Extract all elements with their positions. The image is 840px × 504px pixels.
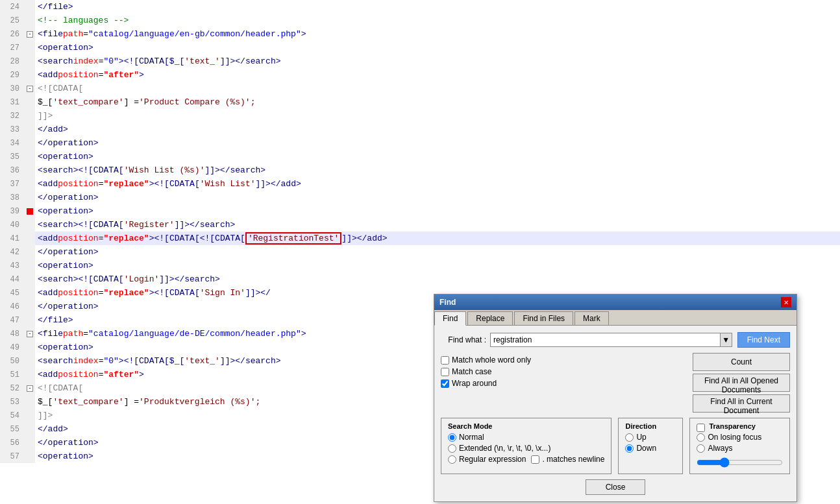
code-line-32: 32 ]]> — [0, 109, 840, 123]
line-gutter-30: - — [25, 82, 35, 95]
wrap-around-checkbox[interactable] — [441, 379, 449, 388]
direction-up[interactable]: Up — [625, 433, 676, 442]
fold-icon-30[interactable]: - — [27, 86, 33, 92]
code-line-24: 24</file> — [0, 0, 840, 14]
tab-find-in-files[interactable]: Find in Files — [514, 311, 573, 325]
code-line-31: 31 $_['text_compare'] = 'Product Compare… — [0, 95, 840, 109]
line-content-41: <add position="replace"><![CDATA[ <![CDA… — [35, 232, 840, 245]
line-content-33: </add> — [35, 123, 840, 136]
transparency-checkbox[interactable] — [697, 424, 705, 432]
line-gutter-27 — [25, 41, 35, 54]
code-line-36: 36 <search><![CDATA[ 'Wish List (%s)' ]]… — [0, 163, 840, 177]
line-content-35: <operation> — [35, 150, 840, 163]
fold-icon-26[interactable]: - — [27, 31, 33, 38]
line-number-49: 49 — [0, 341, 25, 354]
search-mode-regex[interactable]: Regular expression . matches newline — [448, 455, 604, 464]
fold-icon-52[interactable]: - — [27, 385, 33, 392]
line-gutter-33 — [25, 123, 35, 136]
line-content-31: $_['text_compare'] = 'Product Compare (%… — [35, 95, 840, 109]
close-button[interactable]: Close — [586, 479, 646, 495]
line-content-32: ]]> — [35, 109, 840, 123]
match-case-checkbox[interactable] — [441, 368, 449, 376]
wrap-around-label[interactable]: Wrap around — [441, 379, 497, 388]
direction-down[interactable]: Down — [625, 444, 676, 453]
line-gutter-51 — [25, 368, 35, 381]
line-gutter-52: - — [25, 381, 35, 395]
match-whole-word-checkbox[interactable] — [441, 356, 449, 365]
search-mode-extended-radio[interactable] — [448, 444, 456, 453]
find-all-current-button[interactable]: Find All in CurrentDocument — [693, 394, 790, 413]
line-content-37: <add position="replace"><![CDATA[ 'Wish … — [35, 177, 840, 191]
editor-container: 24</file>25<!-- languages -->26-<file pa… — [0, 0, 840, 504]
highlight-registration-test: 'RegistrationTest' — [245, 232, 341, 245]
transparency-always[interactable]: Always — [697, 444, 783, 453]
direction-down-label: Down — [636, 444, 656, 453]
code-line-40: 40 <search><![CDATA[ 'Register' ]]></sea… — [0, 218, 840, 232]
dialog-close-button[interactable]: ✕ — [781, 297, 791, 307]
options-row-3: Wrap around — [441, 379, 686, 388]
line-content-29: <add position="after"> — [35, 68, 840, 82]
find-input-container: ▼ — [490, 333, 732, 347]
transparency-losing-focus-radio[interactable] — [697, 433, 705, 442]
code-line-37: 37 <add position="replace"><![CDATA[ 'Wi… — [0, 177, 840, 191]
line-number-30: 30 — [0, 82, 25, 95]
line-gutter-53 — [25, 395, 35, 409]
line-gutter-47 — [25, 313, 35, 327]
line-content-43: <operation> — [35, 259, 840, 272]
transparency-slider[interactable] — [697, 457, 783, 468]
transparency-on-losing-focus[interactable]: On losing focus — [697, 433, 783, 442]
search-mode-normal[interactable]: Normal — [448, 433, 604, 442]
code-line-28: 28 <search index="0"><![CDATA[$_['text_'… — [0, 54, 840, 68]
search-mode-section: Search Mode Normal Extended (\n, \r, \t,… — [441, 418, 611, 474]
line-number-36: 36 — [0, 163, 25, 177]
find-dropdown-arrow[interactable]: ▼ — [721, 333, 732, 347]
line-gutter-37 — [25, 177, 35, 191]
code-line-41: 41 <add position="replace"><![CDATA[ <![… — [0, 232, 840, 245]
dialog-body: Find what : ▼ Find Next Match whole word… — [434, 326, 797, 501]
line-gutter-43 — [25, 259, 35, 272]
line-gutter-57 — [25, 450, 35, 463]
line-number-57: 57 — [0, 450, 25, 463]
line-gutter-28 — [25, 54, 35, 68]
line-number-39: 39 — [0, 204, 25, 218]
matches-newline-checkbox[interactable] — [531, 455, 539, 464]
direction-title: Direction — [625, 422, 676, 430]
find-all-opened-button[interactable]: Find All in All OpenedDocuments — [693, 374, 790, 392]
line-gutter-40 — [25, 218, 35, 232]
transparency-always-radio[interactable] — [697, 444, 705, 453]
line-number-53: 53 — [0, 395, 25, 409]
line-number-51: 51 — [0, 368, 25, 381]
line-gutter-36 — [25, 163, 35, 177]
search-mode-regex-radio[interactable] — [448, 455, 456, 464]
find-what-label: Find what : — [441, 335, 486, 344]
code-line-34: 34 </operation> — [0, 136, 840, 150]
tab-mark[interactable]: Mark — [574, 311, 609, 325]
line-gutter-32 — [25, 109, 35, 123]
tab-find[interactable]: Find — [434, 311, 466, 326]
search-mode-regex-label: Regular expression — [459, 455, 526, 464]
line-number-56: 56 — [0, 436, 25, 450]
line-gutter-29 — [25, 68, 35, 82]
fold-icon-48[interactable]: - — [27, 331, 33, 337]
line-number-45: 45 — [0, 286, 25, 300]
code-line-33: 33 </add> — [0, 123, 840, 136]
search-mode-normal-label: Normal — [459, 433, 484, 442]
direction-up-radio[interactable] — [625, 433, 634, 442]
match-case-label[interactable]: Match case — [441, 367, 491, 376]
search-mode-normal-radio[interactable] — [448, 433, 456, 442]
direction-down-radio[interactable] — [625, 444, 634, 453]
find-next-button[interactable]: Find Next — [737, 332, 790, 348]
search-mode-extended[interactable]: Extended (\n, \r, \t, \0, \x...) — [448, 444, 604, 453]
direction-section: Direction Up Down — [618, 418, 683, 474]
direction-up-label: Up — [636, 433, 646, 442]
line-content-39: <operation> — [35, 204, 840, 218]
tab-replace[interactable]: Replace — [467, 311, 513, 325]
line-number-55: 55 — [0, 422, 25, 436]
line-content-26: <file path="catalog/language/en-gb/commo… — [35, 27, 840, 41]
code-line-35: 35 <operation> — [0, 150, 840, 163]
match-whole-word-label[interactable]: Match whole word only — [441, 355, 531, 365]
line-content-30: <![CDATA[ — [35, 82, 840, 95]
find-input[interactable] — [490, 333, 721, 347]
line-number-54: 54 — [0, 409, 25, 422]
count-button[interactable]: Count — [693, 353, 790, 371]
